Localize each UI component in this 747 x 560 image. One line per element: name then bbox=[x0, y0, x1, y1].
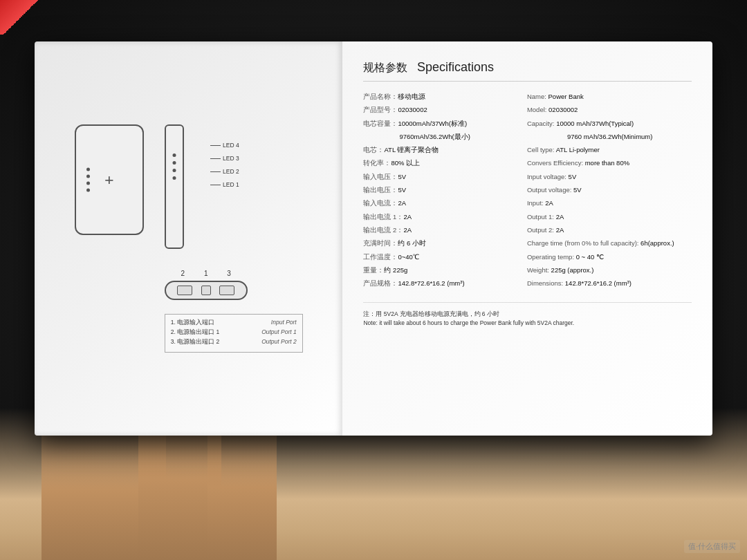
watermark: 值·什么值得买 bbox=[684, 540, 740, 553]
spec-columns: 产品名称：移动电源 产品型号：02030002 电芯容量：10000mAh/37… bbox=[363, 92, 692, 292]
dot-2 bbox=[86, 175, 90, 178]
port-numbers: 2 1 3 bbox=[165, 270, 248, 277]
booklet: + bbox=[35, 41, 712, 436]
spec-row-chargetime-en: Charge time (from 0% to full capacity): … bbox=[527, 239, 692, 248]
led-2-text: LED 2 bbox=[223, 168, 239, 175]
spec-row-model-en: Model: 02030002 bbox=[527, 105, 692, 114]
spec-row-dims-cn: 产品规格：142.8*72.6*16.2 (mm³) bbox=[363, 279, 513, 288]
side-led-dots bbox=[172, 153, 176, 180]
led-3-label: LED 3 bbox=[210, 155, 239, 162]
spec-col-english: Name: Power Bank Model: 02030002 Capacit… bbox=[527, 92, 692, 292]
spec-row-inputa-en: Input: 2A bbox=[527, 198, 692, 207]
spec-title-cn: 规格参数 bbox=[363, 62, 407, 73]
legend-item-3: 3. 电源输出端口 2 Output Port 2 bbox=[171, 338, 297, 346]
side-dot-4 bbox=[172, 176, 176, 180]
spec-row-capacity2-en: 9760 mAh/36.2Wh(Minimum) bbox=[527, 132, 692, 141]
spec-row-temp-en: Operating temp: 0 ~ 40 ℃ bbox=[527, 252, 692, 261]
front-diagram: + bbox=[75, 124, 144, 235]
spec-row-efficiency-en: Convers Efficiency: more than 80% bbox=[527, 158, 692, 167]
spec-row-output2-en: Output 2: 2A bbox=[527, 225, 692, 234]
led-4-text: LED 4 bbox=[223, 142, 239, 149]
dot-4 bbox=[86, 189, 90, 192]
legend-1-cn: 1. 电源输入端口 bbox=[171, 319, 214, 327]
spec-row-outputv-en: Output voltage: 5V bbox=[527, 185, 692, 194]
led-2-line bbox=[210, 171, 221, 172]
spec-row-inputv-cn: 输入电压：5V bbox=[363, 172, 513, 181]
dot-3 bbox=[86, 182, 90, 185]
side-section: LED 4 LED 3 LED 2 LED 1 bbox=[165, 124, 303, 353]
led-1-text: LED 1 bbox=[223, 181, 239, 188]
legend-1-en: Input Port bbox=[271, 319, 297, 327]
spec-note: 注：用 5V2A 充电器给移动电源充满电，约 6 小时 Note: it wil… bbox=[363, 302, 692, 328]
spec-row-output1-en: Output 1: 2A bbox=[527, 212, 692, 221]
legend-2-en: Output Port 1 bbox=[261, 328, 297, 337]
side-dot-1 bbox=[172, 153, 176, 157]
oneplus-logo: + bbox=[104, 171, 114, 189]
spec-row-capacity2-cn: 9760mAh/36.2Wh(最小) bbox=[363, 132, 513, 141]
port-usb-output2 bbox=[219, 286, 234, 295]
port-usb-output1 bbox=[177, 286, 192, 295]
spec-row-model-cn: 产品型号：02030002 bbox=[363, 105, 513, 114]
spec-row-chargetime-cn: 充满时间：约 6 小时 bbox=[363, 239, 513, 248]
led-4-label: LED 4 bbox=[210, 142, 239, 149]
finger-3 bbox=[208, 415, 277, 560]
spec-row-output1-cn: 输出电流 1：2A bbox=[363, 212, 513, 221]
spec-row-temp-cn: 工作温度：0~40℃ bbox=[363, 252, 513, 261]
port-diagram: 2 1 3 bbox=[165, 270, 248, 300]
legend-item-2: 2. 电源输出端口 1 Output Port 1 bbox=[171, 328, 297, 337]
legend-3-cn: 3. 电源输出端口 2 bbox=[171, 338, 220, 346]
watermark-text: 值·什么值得买 bbox=[688, 542, 736, 550]
spec-row-celltype-cn: 电芯：ATL 锂离子聚合物 bbox=[363, 145, 513, 154]
spec-row-name-en: Name: Power Bank bbox=[527, 92, 692, 101]
port-legend: 1. 电源输入端口 Input Port 2. 电源输出端口 1 Output … bbox=[165, 314, 303, 353]
red-corner-ribbon bbox=[0, 0, 42, 35]
note-cn: 注：用 5V2A 充电器给移动电源充满电，约 6 小时 bbox=[363, 310, 692, 319]
legend-2-cn: 2. 电源输出端口 1 bbox=[171, 328, 220, 337]
page-right: 规格参数 Specifications 产品名称：移动电源 产品型号：02030… bbox=[342, 41, 712, 436]
spec-row-outputv-cn: 输出电压：5V bbox=[363, 185, 513, 194]
note-en: Note: it will take about 6 hours to char… bbox=[363, 319, 692, 328]
side-dot-2 bbox=[172, 161, 176, 165]
port-num-1: 1 bbox=[204, 270, 208, 277]
spec-row-weight-en: Weight: 225g (approx.) bbox=[527, 265, 692, 274]
port-num-2: 2 bbox=[181, 270, 185, 277]
led-annotations: LED 4 LED 3 LED 2 LED 1 bbox=[210, 142, 239, 188]
led-1-line bbox=[210, 185, 221, 185]
powerbank-side-drawing bbox=[165, 124, 184, 249]
port-strip bbox=[165, 281, 248, 300]
spec-row-name-cn: 产品名称：移动电源 bbox=[363, 92, 513, 101]
spec-row-weight-cn: 重量：约 225g bbox=[363, 265, 513, 274]
led-2-label: LED 2 bbox=[210, 168, 239, 175]
led-1-label: LED 1 bbox=[210, 181, 239, 188]
led-3-line bbox=[210, 158, 221, 159]
powerbank-front-drawing: + bbox=[75, 124, 144, 235]
spec-title-en: Specifications bbox=[417, 60, 494, 74]
port-num-3: 3 bbox=[227, 270, 231, 277]
spec-col-chinese: 产品名称：移动电源 产品型号：02030002 电芯容量：10000mAh/37… bbox=[363, 92, 513, 292]
side-dot-3 bbox=[172, 169, 176, 172]
spec-row-efficiency-cn: 转化率：80% 以上 bbox=[363, 158, 513, 167]
spec-row-output2-cn: 输出电流 2：2A bbox=[363, 225, 513, 234]
spec-title: 规格参数 Specifications bbox=[363, 59, 692, 82]
spec-row-inputv-en: Input voltage: 5V bbox=[527, 172, 692, 181]
dot-1 bbox=[86, 168, 90, 171]
page-left: + bbox=[35, 41, 342, 436]
spec-row-celltype-en: Cell type: ATL Li-polymer bbox=[527, 145, 692, 154]
led-dots bbox=[86, 168, 90, 192]
legend-3-en: Output Port 2 bbox=[261, 338, 297, 346]
led-3-text: LED 3 bbox=[223, 155, 239, 162]
diagrams-row: + bbox=[68, 118, 310, 360]
side-diagram-wrapper: LED 4 LED 3 LED 2 LED 1 bbox=[165, 124, 184, 249]
port-micro-input bbox=[201, 286, 211, 295]
spec-row-dims-en: Dimensions: 142.8*72.6*16.2 (mm³) bbox=[527, 279, 692, 288]
led-4-line bbox=[210, 145, 221, 146]
legend-item-1: 1. 电源输入端口 Input Port bbox=[171, 319, 297, 327]
spec-row-capacity-cn: 电芯容量：10000mAh/37Wh(标准) bbox=[363, 119, 513, 128]
spec-row-capacity-en: Capacity: 10000 mAh/37Wh(Typical) bbox=[527, 119, 692, 128]
spec-row-inputa-cn: 输入电流：2A bbox=[363, 198, 513, 207]
